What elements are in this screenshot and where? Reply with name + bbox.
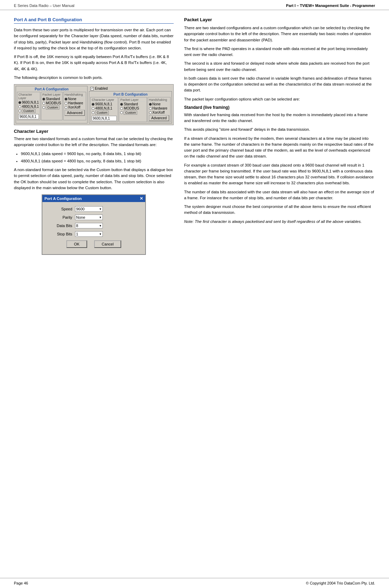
- port-b-panel: Port B Configuration Character Layer 960…: [89, 91, 172, 123]
- std-framing-body1: With standard live framing data received…: [184, 112, 375, 124]
- dialog-body: Speed 9600 ▼ Parity None ▼ Data Bits: [42, 202, 145, 254]
- port-ab-body2: If Port B is off, the 16K memory is spli…: [14, 54, 174, 72]
- port-a-input[interactable]: [18, 114, 39, 119]
- dialog-stopbits-select[interactable]: 1 ▼: [75, 231, 103, 237]
- port-b-std-label: Standard: [124, 102, 138, 106]
- port-a-9600-row: 9600,N,8,1: [18, 100, 39, 104]
- dialog-speed-label: Speed: [48, 207, 72, 211]
- port-a-xon-radio[interactable]: [65, 106, 67, 109]
- packet-layer-body5: The packet layer configuration options w…: [184, 96, 375, 102]
- port-a-4800-row: 4800,N,8,1: [18, 105, 39, 108]
- port-b-none-row: None: [149, 102, 169, 106]
- std-framing-note: Note: The first character is always pack…: [184, 219, 375, 225]
- dialog-parity-row: Parity None ▼: [48, 215, 140, 220]
- port-a-modbus-row: MODBUS: [42, 101, 61, 105]
- char-layer-title: Character Layer: [14, 129, 174, 134]
- port-b-custom2-radio[interactable]: [120, 111, 123, 114]
- port-a-none-label: None: [68, 97, 76, 101]
- footer-right: © Copyright 2004 Trio DataCom Pty. Ltd.: [306, 581, 375, 585]
- dialog-ok-btn[interactable]: OK: [66, 240, 87, 248]
- port-a-custom-radio[interactable]: [18, 110, 21, 112]
- char-layer-list: 9600,N,8,1 (data speed = 9600 bps, no pa…: [21, 151, 174, 164]
- port-b-9600-label: 9600,N,8,1: [95, 102, 112, 106]
- dialog-databits-val: 8: [76, 224, 78, 228]
- port-b-panel-title: Port B Configuration: [90, 92, 171, 96]
- port-a-custom2-btn[interactable]: Custom: [46, 105, 59, 110]
- enabled-label: Enabled: [95, 87, 108, 90]
- port-b-hw-radio[interactable]: [149, 107, 152, 110]
- port-b-advanced-btn[interactable]: Advanced: [149, 115, 169, 121]
- port-b-handshaking-title: Handshaking: [149, 98, 169, 102]
- dialog-screenshot: Port A Configuration ✕ Speed 9600 ▼ Pari…: [42, 194, 146, 255]
- main-content: Port A and Port B Configuration Data fro…: [0, 10, 389, 265]
- dialog-parity-val: None: [76, 215, 85, 219]
- port-a-custom-row: Custom: [18, 109, 39, 113]
- dialog-databits-row: Data Bits 8 ▼: [48, 223, 140, 228]
- port-b-4800-radio[interactable]: [92, 107, 94, 110]
- config-panels-screenshot: Port A Configuration Character Layer 960…: [14, 84, 174, 125]
- std-framing-body2: This avoids placing "store and forward" …: [184, 127, 375, 132]
- port-a-none-radio[interactable]: [65, 98, 67, 100]
- enabled-checkbox-row: ✓ Enabled: [90, 87, 171, 90]
- char-layer-section: Character Layer There are two standard f…: [14, 129, 174, 191]
- port-b-custom-btn[interactable]: Custom: [95, 111, 109, 115]
- port-a-panel: Port A Configuration Character Layer 960…: [16, 86, 88, 123]
- port-a-packet-layer: Packet Layer Standard MODBUS Custom: [41, 92, 63, 120]
- port-b-input[interactable]: [92, 116, 117, 121]
- dialog-close-icon[interactable]: ✕: [140, 196, 143, 201]
- port-b-inner-panels: Character Layer 9600,N,8,1 4800,N,8,1: [90, 97, 171, 122]
- port-a-hw-radio[interactable]: [65, 102, 67, 105]
- port-a-hw-row: Hardware: [65, 101, 85, 105]
- dialog-parity-label: Parity: [48, 215, 72, 219]
- port-b-9600-radio[interactable]: [92, 103, 94, 106]
- port-b-char-layer: Character Layer 9600,N,8,1 4800,N,8,1: [90, 97, 118, 122]
- port-a-std-label: Standard: [46, 97, 60, 101]
- std-framing-body6: The system designer must choose the best…: [184, 204, 375, 216]
- port-b-packet-title: Packet Layer: [120, 98, 145, 102]
- port-a-9600-radio[interactable]: [18, 101, 21, 104]
- port-b-xon-radio[interactable]: [149, 111, 152, 114]
- packet-layer-section: Packet Layer There are two standard conf…: [184, 17, 375, 102]
- dialog-parity-arrow: ▼: [99, 216, 102, 219]
- port-b-custom2-row: Custom: [120, 111, 145, 115]
- dialog-speed-select[interactable]: 9600 ▼: [75, 206, 103, 212]
- port-b-wrapper: ✓ Enabled Port B Configuration Character…: [89, 86, 172, 123]
- port-a-xon-row: XonXoff: [65, 105, 85, 109]
- port-a-panel-title: Port A Configuration: [17, 87, 86, 91]
- port-a-modbus-radio[interactable]: [42, 102, 45, 105]
- port-a-hw-label: Hardware: [68, 101, 83, 105]
- dialog-stopbits-row: Stop Bits 1 ▼: [48, 231, 140, 237]
- header-right: Part I – TVIEW+ Management Suite - Progr…: [286, 3, 375, 8]
- right-column: Packet Layer There are two standard conf…: [184, 17, 375, 258]
- port-a-advanced-btn[interactable]: Advanced: [65, 110, 85, 116]
- dialog-cancel-btn[interactable]: Cancel: [94, 240, 121, 248]
- port-a-std-radio[interactable]: [42, 98, 45, 100]
- std-framing-title: Standard (live framing): [184, 105, 375, 110]
- port-b-xon-label: XonXoff: [152, 111, 165, 114]
- port-ab-section: Port A and Port B Configuration Data fro…: [14, 17, 174, 81]
- dialog-databits-select[interactable]: 8 ▼: [75, 223, 103, 228]
- port-b-none-label: None: [152, 102, 161, 106]
- port-b-std-radio[interactable]: [120, 103, 123, 106]
- enabled-checkbox[interactable]: ✓: [90, 87, 94, 90]
- port-b-modbus-radio[interactable]: [120, 107, 123, 110]
- port-b-handshaking: Handshaking None Hardware: [148, 97, 171, 122]
- std-framing-section: Standard (live framing) With standard li…: [184, 105, 375, 225]
- port-b-packet-layer: Packet Layer Standard MODBUS: [119, 97, 147, 122]
- port-a-9600-label: 9600,N,8,1: [22, 100, 39, 104]
- port-b-custom-radio[interactable]: [92, 111, 94, 114]
- dialog-speed-val: 9600: [76, 207, 84, 211]
- packet-layer-body1: There are two standard configurations an…: [184, 25, 375, 43]
- port-a-custom2-radio[interactable]: [42, 106, 45, 109]
- port-b-none-radio[interactable]: [149, 103, 152, 106]
- dialog-stopbits-label: Stop Bits: [48, 232, 72, 236]
- port-b-custom2-btn[interactable]: Custom: [124, 111, 137, 115]
- dialog-stopbits-arrow: ▼: [99, 233, 102, 236]
- footer-left: Page 46: [14, 581, 28, 585]
- port-b-char-title: Character Layer: [92, 98, 117, 102]
- port-a-4800-radio[interactable]: [18, 105, 21, 108]
- dialog-parity-select[interactable]: None ▼: [75, 215, 103, 220]
- port-a-custom-btn[interactable]: Custom: [22, 109, 35, 113]
- std-framing-body3: If a stream of characters is received by…: [184, 136, 375, 160]
- dialog-databits-label: Data Bits: [48, 224, 72, 228]
